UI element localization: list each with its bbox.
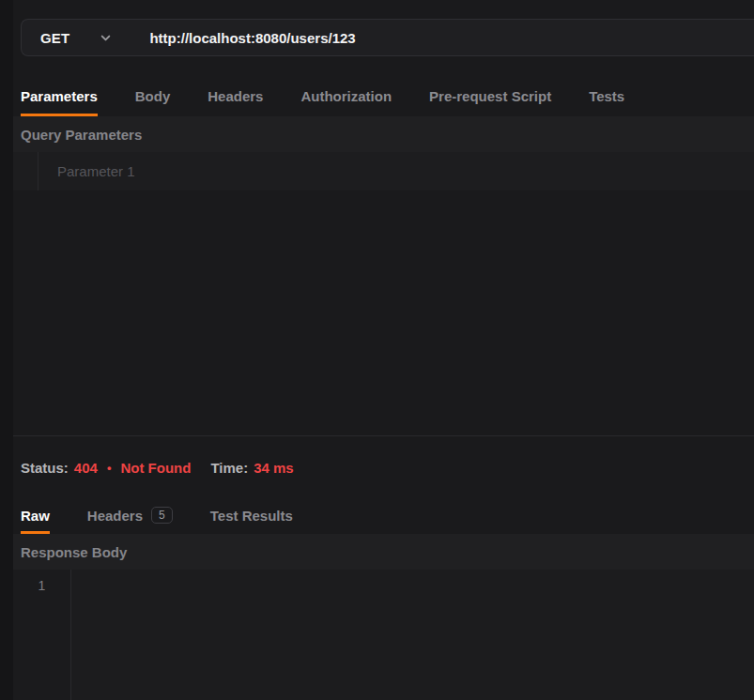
response-tabs: Raw Headers 5 Test Results — [13, 498, 754, 534]
parameter-row — [13, 152, 754, 190]
time-value: 34 ms — [254, 460, 294, 476]
line-number: 1 — [38, 578, 46, 593]
response-body-content — [71, 570, 754, 700]
tab-authorization[interactable]: Authorization — [300, 88, 392, 116]
main-panel: GET Parameters Body Headers Authorizatio… — [13, 0, 754, 700]
status-label: Status: — [21, 460, 69, 476]
tab-response-headers[interactable]: Headers 5 — [87, 507, 173, 534]
status-code: 404 — [74, 460, 98, 476]
parameter-name-input[interactable] — [38, 152, 754, 190]
tab-parameters[interactable]: Parameters — [21, 88, 98, 116]
tab-tests[interactable]: Tests — [589, 88, 624, 116]
url-bar: GET — [21, 19, 754, 56]
tab-headers[interactable]: Headers — [208, 88, 263, 116]
response-body-title: Response Body — [21, 544, 127, 560]
request-tabs: Parameters Body Headers Authorization Pr… — [13, 56, 754, 116]
api-client-window: GET Parameters Body Headers Authorizatio… — [0, 0, 754, 700]
request-empty-space — [13, 190, 754, 435]
method-label: GET — [40, 30, 69, 46]
status-separator-dot: • — [107, 461, 112, 475]
url-row: GET — [13, 0, 754, 56]
headers-count-badge: 5 — [151, 507, 173, 524]
tab-body[interactable]: Body — [135, 88, 171, 116]
response-status-row: Status: 404 • Not Found Time: 34 ms — [13, 436, 754, 498]
tab-raw[interactable]: Raw — [21, 508, 50, 534]
response-body-header: Response Body — [13, 534, 754, 570]
response-body-editor[interactable]: 1 — [13, 570, 754, 700]
time-group: Time: 34 ms — [210, 460, 293, 476]
tab-pre-request-script[interactable]: Pre-request Script — [429, 88, 551, 116]
query-parameters-header: Query Parameters — [13, 116, 754, 152]
method-dropdown[interactable]: GET — [22, 30, 112, 46]
time-label: Time: — [210, 460, 248, 476]
tab-response-headers-label: Headers — [87, 508, 143, 524]
line-number-gutter: 1 — [13, 570, 71, 700]
tab-test-results[interactable]: Test Results — [210, 508, 293, 534]
status-text: Not Found — [120, 460, 191, 476]
parameter-enable-cell[interactable] — [13, 152, 38, 190]
url-input[interactable] — [149, 30, 754, 46]
query-parameters-title: Query Parameters — [21, 127, 142, 143]
chevron-down-icon — [100, 32, 112, 44]
window-left-gutter — [0, 0, 13, 700]
